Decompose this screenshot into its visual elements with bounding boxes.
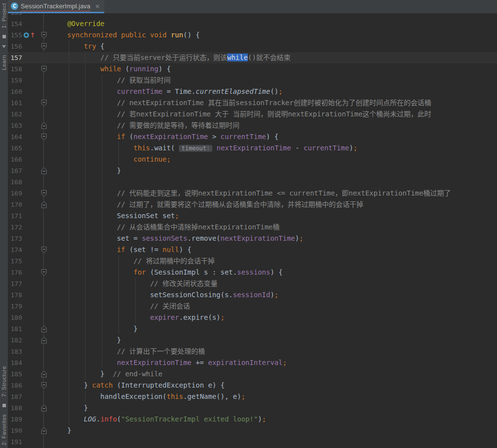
- code-line-179[interactable]: 179// 关闭会话: [8, 301, 497, 312]
- line-number[interactable]: 159: [8, 77, 23, 84]
- line-number[interactable]: 172: [8, 224, 23, 231]
- fold-marker-open-icon[interactable]: [41, 32, 47, 39]
- line-number[interactable]: 188: [8, 404, 23, 412]
- code-line-178[interactable]: 178setSessionClosing(s.sessionId);: [8, 289, 497, 301]
- close-icon[interactable]: ×: [95, 2, 100, 10]
- tool-button-project[interactable]: 1: Project: [1, 3, 7, 28]
- line-number[interactable]: 187: [8, 393, 23, 400]
- line-number[interactable]: 186: [8, 382, 23, 389]
- line-number[interactable]: 171: [8, 212, 23, 220]
- tool-window-square-icon[interactable]: [2, 404, 6, 407]
- fold-marker-open-icon[interactable]: [41, 382, 47, 389]
- code-line-191[interactable]: 191: [8, 436, 497, 448]
- line-number[interactable]: 183: [8, 348, 23, 355]
- code-line-186[interactable]: 186} catch (InterruptedException e) {: [8, 380, 497, 391]
- line-number[interactable]: 167: [8, 167, 23, 174]
- line-number[interactable]: 179: [8, 303, 23, 310]
- code-line-176[interactable]: 176for (SessionImpl s : set.sessions) {: [8, 267, 497, 278]
- line-number[interactable]: 156: [8, 43, 23, 50]
- code-line-173[interactable]: 173set = sessionSets.remove(nextExpirati…: [8, 233, 497, 244]
- code-line-181[interactable]: 181}: [8, 323, 497, 335]
- code-line-162[interactable]: 162// 若nextExpirationTime 大于 当前时间，则说明nex…: [8, 109, 497, 120]
- line-number[interactable]: 174: [8, 246, 23, 253]
- fold-marker-end-icon[interactable]: [41, 122, 47, 129]
- line-number[interactable]: 154: [8, 20, 23, 28]
- code-line-153[interactable]: 153: [8, 13, 497, 18]
- code-line-165[interactable]: 165this.wait( timeout: nextExpirationTim…: [8, 142, 497, 154]
- code-line-185[interactable]: 185} // end-while: [8, 368, 497, 380]
- code-line-177[interactable]: 177// 修改关闭状态变量: [8, 278, 497, 289]
- code-line-155[interactable]: 155↑synchronized public void run() {: [8, 29, 497, 41]
- line-number[interactable]: 173: [8, 235, 23, 242]
- code-line-166[interactable]: 166continue;: [8, 154, 497, 165]
- tab-sessiontrackerimpl-java[interactable]: C SessionTrackerImpl.java ×: [8, 0, 104, 13]
- fold-marker-open-icon[interactable]: [41, 134, 47, 140]
- code-line-182[interactable]: 182}: [8, 335, 497, 346]
- overrides-arrow-icon[interactable]: ↑: [30, 32, 35, 38]
- line-number[interactable]: 170: [8, 201, 23, 208]
- code-line-167[interactable]: 167}: [8, 165, 497, 176]
- fold-marker-open-icon[interactable]: [41, 66, 47, 73]
- code-line-157[interactable]: 157// 只要当前server处于运行状态，则该while()就不会结束: [8, 52, 497, 63]
- line-number[interactable]: 153: [8, 13, 23, 16]
- line-number[interactable]: 158: [8, 65, 23, 73]
- line-number[interactable]: 185: [8, 370, 23, 378]
- line-number[interactable]: 184: [8, 359, 23, 366]
- line-number[interactable]: 169: [8, 190, 23, 197]
- code-line-172[interactable]: 172// 从会话桶集合中清除掉nextExpirationTime桶: [8, 222, 497, 233]
- fold-marker-end-icon[interactable]: [41, 201, 47, 208]
- fold-marker-open-icon[interactable]: [41, 43, 47, 50]
- line-number[interactable]: 166: [8, 156, 23, 163]
- line-number[interactable]: 180: [8, 314, 23, 321]
- line-number[interactable]: 177: [8, 280, 23, 287]
- line-number[interactable]: 161: [8, 99, 23, 107]
- fold-marker-open-icon[interactable]: [41, 100, 47, 107]
- line-number[interactable]: 175: [8, 257, 23, 265]
- code-line-158[interactable]: 158while (running) {: [8, 63, 497, 75]
- fold-marker-end-icon[interactable]: [41, 371, 47, 378]
- tool-button-favorites[interactable]: 2: Favorites: [1, 414, 7, 445]
- line-number[interactable]: 182: [8, 336, 23, 344]
- fold-marker-end-icon[interactable]: [41, 168, 47, 174]
- code-line-169[interactable]: 169// 代码能走到这里，说明nextExpirationTime <= cu…: [8, 188, 497, 199]
- code-line-154[interactable]: 154@Override: [8, 18, 497, 29]
- code-line-184[interactable]: 184nextExpirationTime += expirationInter…: [8, 357, 497, 368]
- code-line-174[interactable]: 174if (set != null) {: [8, 244, 497, 255]
- fold-marker-open-icon[interactable]: [41, 269, 47, 276]
- code-line-188[interactable]: 188}: [8, 402, 497, 414]
- fold-marker-open-icon[interactable]: [41, 190, 47, 197]
- line-number[interactable]: 176: [8, 269, 23, 276]
- fold-marker-end-icon[interactable]: [41, 405, 47, 412]
- fold-marker-end-icon[interactable]: [41, 326, 47, 333]
- code-editor[interactable]: 153154@Override155↑synchronized public v…: [8, 13, 497, 448]
- fold-marker-end-icon[interactable]: [41, 427, 47, 434]
- line-number[interactable]: 163: [8, 122, 23, 129]
- override-method-icon[interactable]: [24, 32, 29, 38]
- code-line-183[interactable]: 183// 计算出下一个要处理的桶: [8, 346, 497, 357]
- code-line-170[interactable]: 170// 过期了，就需要将这个过期桶从会话桶集合中清除，并将过期桶中的会话干掉: [8, 199, 497, 210]
- code-line-175[interactable]: 175// 将过期桶中的会话干掉: [8, 255, 497, 267]
- code-line-163[interactable]: 163// 需要做的就是等待，等待着过期时间: [8, 120, 497, 131]
- code-line-171[interactable]: 171SessionSet set;: [8, 210, 497, 222]
- code-line-189[interactable]: 189LOG.info("SessionTrackerImpl exited l…: [8, 414, 497, 425]
- line-number[interactable]: 162: [8, 111, 23, 118]
- code-line-180[interactable]: 180expirer.expire(s);: [8, 312, 497, 323]
- tool-button-structure[interactable]: 7: Structure: [1, 366, 7, 397]
- fold-marker-end-icon[interactable]: [41, 337, 47, 344]
- code-line-156[interactable]: 156try {: [8, 41, 497, 52]
- code-line-159[interactable]: 159// 获取当前时间: [8, 75, 497, 86]
- line-number[interactable]: 155: [8, 31, 23, 39]
- code-line-187[interactable]: 187handleException(this.getName(), e);: [8, 391, 497, 402]
- line-number[interactable]: 160: [8, 88, 23, 95]
- line-number[interactable]: 190: [8, 427, 23, 434]
- line-number[interactable]: 189: [8, 416, 23, 423]
- line-number[interactable]: 181: [8, 325, 23, 333]
- code-line-160[interactable]: 160currentTime = Time.currentElapsedTime…: [8, 86, 497, 97]
- line-number[interactable]: 157: [8, 54, 23, 61]
- fold-marker-open-icon[interactable]: [41, 247, 47, 253]
- code-line-164[interactable]: 164if (nextExpirationTime > currentTime)…: [8, 131, 497, 142]
- line-number[interactable]: 178: [8, 291, 23, 299]
- line-number[interactable]: 164: [8, 133, 23, 140]
- line-number[interactable]: 165: [8, 144, 23, 152]
- line-number[interactable]: 168: [8, 178, 23, 186]
